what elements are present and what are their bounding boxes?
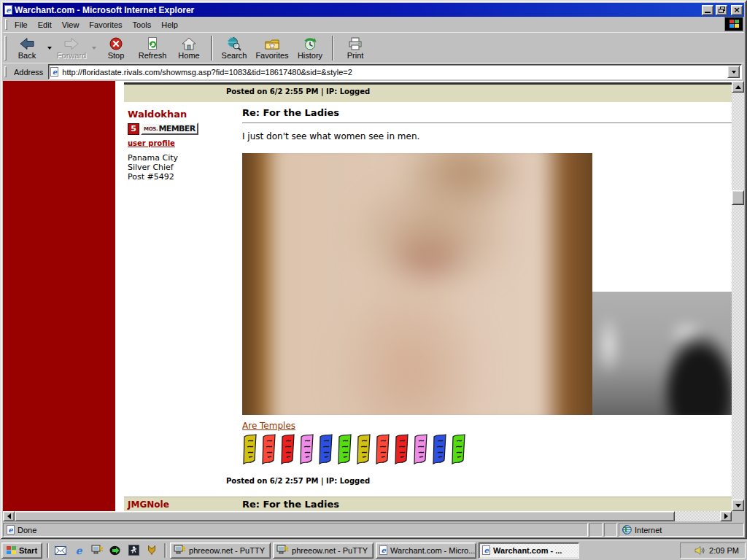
- post-footer: Posted on 6/2 2:57 PM | IP: Logged: [226, 477, 370, 485]
- scroll-left-button[interactable]: [3, 511, 15, 521]
- clock[interactable]: 2:09 PM: [709, 546, 739, 555]
- internet-globe-icon: [622, 525, 632, 534]
- forward-button[interactable]: Forward: [53, 34, 90, 63]
- menu-help[interactable]: Help: [156, 18, 183, 31]
- toolbar-grip[interactable]: [4, 66, 7, 77]
- refresh-button[interactable]: Refresh: [134, 34, 171, 63]
- menu-edit[interactable]: Edit: [33, 18, 57, 31]
- address-input[interactable]: http://floridastate.rivals.com/showmsg.a…: [48, 64, 742, 79]
- minimize-icon: [705, 12, 711, 13]
- task-warchant-active[interactable]: Warchant.com - ...: [479, 542, 579, 559]
- status-pane-empty: [604, 523, 617, 537]
- subject-divider: [242, 122, 732, 124]
- forward-dropdown[interactable]: [90, 34, 98, 63]
- horizontal-scroll-thumb[interactable]: [15, 511, 675, 521]
- history-clock-icon: [303, 36, 317, 51]
- stop-icon: [109, 36, 123, 51]
- scroll-up-button[interactable]: [732, 81, 744, 93]
- task-putty-2[interactable]: phreeow.net - PuTTY: [273, 542, 374, 559]
- close-icon: ×: [733, 7, 740, 14]
- address-bar: Address http://floridastate.rivals.com/s…: [3, 63, 744, 81]
- standard-toolbar: Back Forward Stop Refresh Home: [3, 32, 744, 63]
- close-button[interactable]: ×: [731, 5, 743, 15]
- status-bar: Done Internet: [3, 521, 744, 537]
- counter-strike-icon[interactable]: [125, 542, 142, 558]
- favorites-button[interactable]: Favorites: [252, 34, 292, 63]
- history-button[interactable]: History: [292, 34, 328, 63]
- menu-bar: File Edit View Favorites Tools Help: [3, 17, 744, 32]
- prayer-flag-icon: [318, 433, 333, 467]
- zone-text: Internet: [635, 526, 662, 534]
- prayer-flag-icon: [432, 433, 447, 467]
- page-content: Posted on 6/2 2:55 PM | IP: Logged Waldo…: [3, 81, 744, 511]
- taskbar: Start e phreeow.net - PuTTY phreeow.net …: [0, 540, 747, 560]
- forum-left-sidebar: [3, 81, 115, 511]
- post-subject: Re: For the Ladies: [242, 107, 732, 118]
- back-arrow-icon: [19, 36, 35, 51]
- scroll-down-button[interactable]: [732, 499, 744, 511]
- search-button[interactable]: Search: [216, 34, 252, 63]
- author-location: Panama City: [128, 153, 242, 163]
- status-pane-empty: [589, 523, 603, 537]
- restore-button[interactable]: [716, 5, 727, 15]
- menu-file[interactable]: File: [9, 18, 33, 31]
- prayer-flag-icon: [413, 433, 428, 467]
- address-dropdown-button[interactable]: [727, 66, 740, 78]
- favorites-folder-icon: [265, 36, 279, 51]
- volume-icon[interactable]: [694, 545, 705, 556]
- image-caption: Are Temples: [242, 421, 732, 431]
- horizontal-scrollbar[interactable]: [3, 511, 744, 521]
- toolbar-grip[interactable]: [4, 36, 7, 61]
- forward-arrow-icon: [63, 36, 80, 51]
- user-profile-link[interactable]: user profile: [128, 139, 175, 147]
- vertical-scroll-thumb[interactable]: [732, 190, 744, 205]
- back-dropdown[interactable]: [45, 34, 53, 63]
- back-button[interactable]: Back: [9, 34, 45, 63]
- next-author-link[interactable]: JMGNole: [124, 499, 242, 510]
- vertical-scrollbar[interactable]: [732, 81, 744, 511]
- address-url[interactable]: http://floridastate.rivals.com/showmsg.a…: [62, 68, 724, 77]
- prayer-flag-icon: [375, 433, 390, 467]
- black-white-photo-placeholder: [592, 292, 732, 415]
- menu-favorites[interactable]: Favorites: [84, 18, 127, 31]
- stop-button[interactable]: Stop: [98, 34, 134, 63]
- title-bar[interactable]: Warchant.com - Microsoft Internet Explor…: [3, 3, 744, 17]
- windows-flag-icon: [7, 546, 16, 555]
- gold-emblem-icon[interactable]: [144, 542, 160, 558]
- are-temples-link[interactable]: Are Temples: [242, 421, 295, 431]
- taskbar-separator: [47, 543, 48, 558]
- post-body-text: I just don't see what women see in men.: [242, 131, 732, 141]
- task-warchant-1[interactable]: Warchant.com - Micro...: [376, 542, 476, 559]
- desktop: Warchant.com - Microsoft Internet Explor…: [0, 0, 747, 560]
- arrow-left-icon: [7, 513, 11, 519]
- browser-window: Warchant.com - Microsoft Internet Explor…: [0, 0, 747, 540]
- putty-icon[interactable]: [89, 542, 105, 558]
- home-icon: [182, 36, 196, 51]
- minimize-button[interactable]: [702, 5, 713, 15]
- search-icon: [227, 36, 241, 51]
- menu-tools[interactable]: Tools: [128, 18, 157, 31]
- next-post-header: JMGNole Re: For the Ladies: [124, 497, 732, 511]
- windows-flag-icon: [729, 20, 739, 28]
- forum-thread: Posted on 6/2 2:55 PM | IP: Logged Waldo…: [124, 81, 732, 511]
- task-putty-1[interactable]: phreeow.net - PuTTY: [170, 542, 271, 559]
- ie-document-icon: [4, 5, 12, 15]
- restore-icon: [719, 7, 725, 13]
- start-button[interactable]: Start: [1, 542, 42, 559]
- refresh-icon: [145, 36, 160, 51]
- previous-post-footer: Posted on 6/2 2:55 PM | IP: Logged: [124, 82, 732, 102]
- home-button[interactable]: Home: [171, 34, 207, 63]
- print-button[interactable]: Print: [337, 34, 374, 63]
- internet-explorer-icon[interactable]: e: [71, 542, 87, 558]
- toolbar-grip[interactable]: [5, 19, 7, 30]
- menu-view[interactable]: View: [57, 18, 85, 31]
- chevron-down-icon: [92, 47, 96, 50]
- toolbar-separator: [211, 36, 212, 61]
- embedded-photo-placeholder: [242, 153, 592, 415]
- prayer-flag-icon: [242, 433, 258, 467]
- scroll-right-button[interactable]: [720, 511, 732, 521]
- outlook-express-icon[interactable]: [53, 542, 69, 558]
- status-text: Done: [18, 526, 36, 534]
- author-link[interactable]: Waldokhan: [128, 109, 242, 120]
- green-arrow-app-icon[interactable]: [107, 542, 123, 558]
